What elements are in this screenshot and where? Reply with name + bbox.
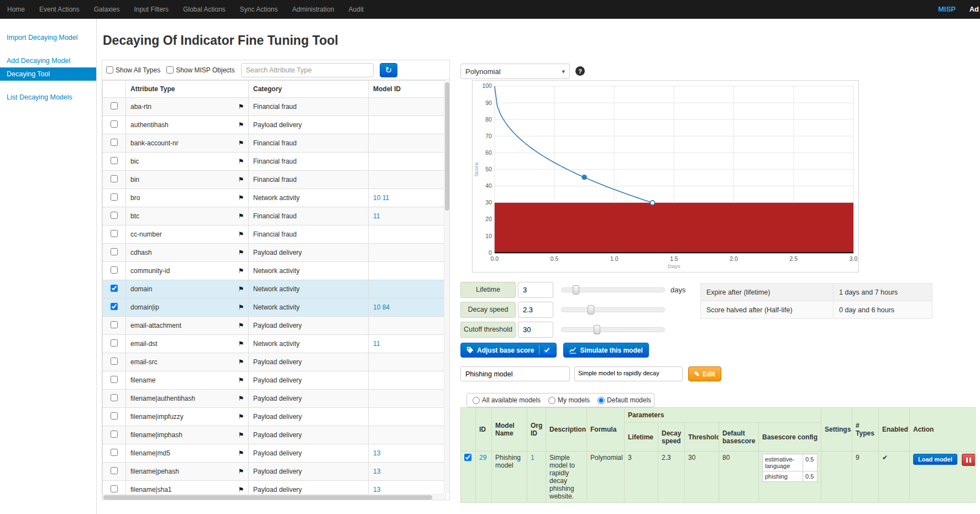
attribute-row-checkbox[interactable] <box>111 303 118 310</box>
scope-radio[interactable] <box>548 397 555 404</box>
flag-icon[interactable]: ⚑ <box>238 194 244 202</box>
flag-icon[interactable]: ⚑ <box>238 121 244 129</box>
attribute-row[interactable]: bic⚑Financial fraud <box>103 153 446 171</box>
attribute-row-checkbox[interactable] <box>111 175 118 182</box>
attribute-row-checkbox[interactable] <box>111 102 118 109</box>
scope-radio[interactable] <box>598 397 605 404</box>
model-id-header[interactable]: Model ID <box>369 81 446 98</box>
flag-icon[interactable]: ⚑ <box>238 212 244 220</box>
attribute-type-header[interactable]: Attribute Type <box>126 81 234 98</box>
flag-icon[interactable]: ⚑ <box>238 322 244 329</box>
model-id-links[interactable] <box>369 134 446 153</box>
nav-item[interactable]: Galaxies <box>87 0 127 19</box>
nav-item[interactable]: Home <box>0 0 32 19</box>
model-id-links[interactable]: 13 <box>369 463 446 481</box>
attribute-row-checkbox[interactable] <box>111 412 118 419</box>
model-id-links[interactable] <box>369 390 446 408</box>
model-id-links[interactable] <box>369 98 446 116</box>
edit-model-button[interactable]: ✎ Edit <box>688 366 721 381</box>
show-misp-objects-option[interactable]: Show MISP Objects <box>166 66 235 74</box>
misp-brand[interactable]: MISP <box>938 0 956 19</box>
category-header[interactable]: Category <box>249 81 369 98</box>
slider-value-input[interactable] <box>518 282 553 298</box>
show-all-types-checkbox[interactable] <box>106 66 113 74</box>
search-attribute-input[interactable] <box>241 63 374 77</box>
model-id-links[interactable] <box>369 116 446 134</box>
flag-icon[interactable]: ⚑ <box>238 176 244 183</box>
attribute-row[interactable]: filename⚑Payload delivery <box>103 371 446 390</box>
model-id-links[interactable]: 10 84 <box>369 298 446 317</box>
flag-icon[interactable]: ⚑ <box>238 103 244 111</box>
sidebar-item[interactable]: Decaying Tool <box>0 67 96 81</box>
flag-icon[interactable]: ⚑ <box>238 230 244 238</box>
flag-icon[interactable]: ⚑ <box>238 285 244 293</box>
adjust-base-score-checkbox[interactable] <box>543 347 551 354</box>
attribute-row[interactable]: authentihash⚑Payload delivery <box>103 116 446 134</box>
attribute-row[interactable]: email-dst⚑Network activity11 <box>103 335 446 353</box>
flag-icon[interactable]: ⚑ <box>238 267 244 275</box>
attribute-row-checkbox[interactable] <box>111 467 118 474</box>
nav-item[interactable]: Sync Actions <box>233 0 285 19</box>
model-id-links[interactable]: 10 11 <box>369 189 446 207</box>
attribute-row-checkbox[interactable] <box>111 248 118 255</box>
attribute-row[interactable]: filename|md5⚑Payload delivery13 <box>103 444 446 463</box>
attribute-row-checkbox[interactable] <box>111 339 118 347</box>
sidebar-item[interactable]: List Decaying Models <box>0 91 96 104</box>
help-icon[interactable]: ? <box>575 66 585 76</box>
attribute-row[interactable]: domain|ip⚑Network activity10 84 <box>103 298 446 317</box>
attribute-row-checkbox[interactable] <box>111 431 118 438</box>
flag-icon[interactable]: ⚑ <box>238 376 244 384</box>
model-id-links[interactable] <box>369 280 446 298</box>
load-model-button[interactable]: Load model <box>913 454 957 465</box>
model-scope-option[interactable]: Default models <box>598 396 651 404</box>
nav-item[interactable]: Event Actions <box>32 0 87 19</box>
pause-model-button[interactable] <box>962 454 976 466</box>
attribute-row-checkbox[interactable] <box>111 285 118 292</box>
slider-thumb[interactable] <box>573 285 579 295</box>
flag-icon[interactable]: ⚑ <box>238 468 244 475</box>
vertical-scrollbar[interactable] <box>444 81 449 494</box>
attribute-row-checkbox[interactable] <box>111 376 118 383</box>
attribute-row-checkbox[interactable] <box>111 193 118 201</box>
sidebar-item[interactable]: Add Decaying Model <box>0 54 96 67</box>
attribute-row[interactable]: cdhash⚑Payload delivery <box>103 244 446 262</box>
model-id-links[interactable]: 11 <box>369 335 446 353</box>
slider-track[interactable] <box>561 327 665 332</box>
attribute-row[interactable]: filename|authentihash⚑Payload delivery <box>103 390 446 408</box>
model-id-links[interactable]: 11 <box>369 207 446 225</box>
vertical-scrollbar-thumb[interactable] <box>445 82 449 211</box>
attribute-row[interactable]: filename|impfuzzy⚑Payload delivery <box>103 408 446 426</box>
attribute-row[interactable]: btc⚑Financial fraud11 <box>103 207 446 225</box>
model-description-textarea[interactable]: Simple model to rapidly decay <box>574 366 683 381</box>
horizontal-scrollbar-thumb[interactable] <box>103 495 432 500</box>
nav-item[interactable]: Administration <box>285 0 342 19</box>
attribute-row-checkbox[interactable] <box>111 230 118 237</box>
model-id-links[interactable] <box>369 353 446 371</box>
model-id-links[interactable] <box>369 262 446 280</box>
attribute-row[interactable]: email-attachment⚑Payload delivery <box>103 317 446 335</box>
model-scope-option[interactable]: My models <box>548 396 590 404</box>
model-org-id[interactable]: 1 <box>527 452 546 503</box>
slider-value-input[interactable] <box>518 322 553 338</box>
horizontal-scrollbar[interactable] <box>102 494 444 500</box>
refresh-button[interactable]: ↻ <box>380 63 397 77</box>
slider-track[interactable] <box>561 307 665 312</box>
attribute-row[interactable]: aba-rtn⚑Financial fraud <box>103 98 446 116</box>
nav-item[interactable]: Input Filters <box>127 0 176 19</box>
model-id-links[interactable] <box>369 371 446 390</box>
model-id-links[interactable] <box>369 225 446 244</box>
attribute-row[interactable]: email-src⚑Payload delivery <box>103 353 446 371</box>
attribute-row[interactable]: filename|imphash⚑Payload delivery <box>103 426 446 444</box>
slider-thumb[interactable] <box>594 325 600 334</box>
attribute-row-checkbox[interactable] <box>111 485 118 492</box>
attribute-row-checkbox[interactable] <box>111 321 118 328</box>
attribute-row-checkbox[interactable] <box>111 120 118 128</box>
flag-icon[interactable]: ⚑ <box>238 340 244 348</box>
flag-icon[interactable]: ⚑ <box>238 395 244 402</box>
attribute-row-checkbox[interactable] <box>111 394 118 401</box>
attribute-row-checkbox[interactable] <box>111 139 118 146</box>
attribute-row[interactable]: bin⚑Financial fraud <box>103 171 446 189</box>
attribute-row[interactable]: community-id⚑Network activity <box>103 262 446 280</box>
sidebar-item[interactable]: Import Decaying Model <box>0 31 96 44</box>
attribute-row-checkbox[interactable] <box>111 266 118 274</box>
